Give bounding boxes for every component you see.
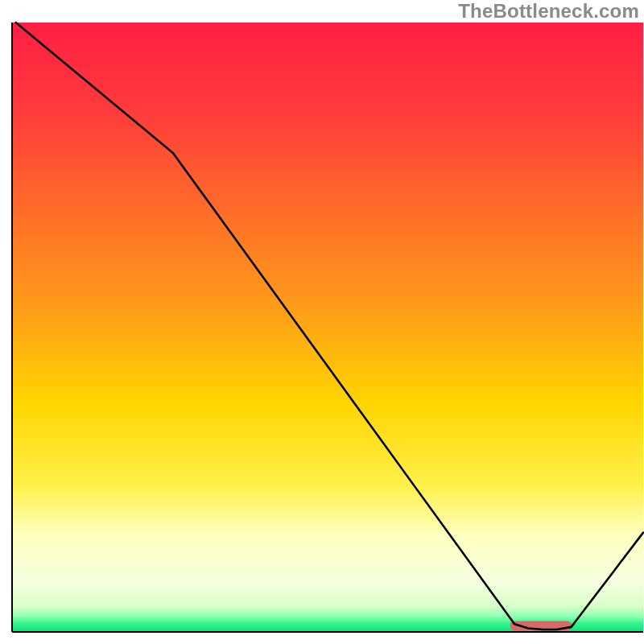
bottleneck-chart	[0, 0, 644, 644]
chart-container: TheBottleneck.com	[0, 0, 644, 644]
plot-gradient-area	[12, 23, 643, 632]
attribution-label: TheBottleneck.com	[458, 0, 639, 23]
